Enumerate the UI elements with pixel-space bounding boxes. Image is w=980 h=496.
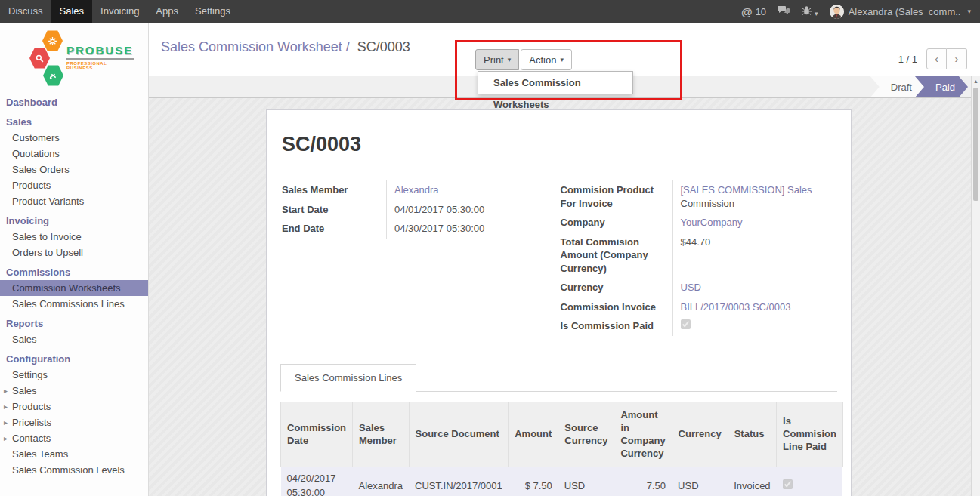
table-row[interactable]: 04/20/2017 05:30:00 Alexandra CUST.IN/20… — [281, 467, 843, 496]
sidebar-item-products[interactable]: Products — [0, 177, 148, 193]
status-draft[interactable]: Draft — [870, 76, 925, 97]
at-icon: @ — [741, 5, 753, 18]
mentions-counter[interactable]: @ 10 — [741, 5, 766, 18]
logo-magnifier-icon — [29, 47, 50, 69]
field-start-date: 04/01/2017 05:30:00 — [386, 200, 550, 220]
chat-icon[interactable] — [778, 5, 790, 18]
sidebar-item-sales-commission-levels[interactable]: Sales Commission Levels — [0, 462, 148, 478]
debug-bug-icon[interactable]: ▾ — [801, 5, 818, 18]
pager: 1 / 1 ‹ › — [898, 48, 967, 69]
sidebar-section-commissions[interactable]: Commissions — [0, 264, 148, 280]
col-status[interactable]: Status — [728, 402, 776, 467]
tab-sales-commission-lines[interactable]: Sales Commission Lines — [280, 364, 416, 392]
mentions-count: 10 — [756, 6, 766, 17]
logo-subtitle: PROFESSIONAL BUSINESS — [66, 58, 134, 70]
sidebar-section-invoicing[interactable]: Invoicing — [0, 213, 148, 229]
label-currency: Currency — [559, 278, 672, 297]
sidebar-item-config-products[interactable]: Products — [0, 399, 148, 414]
logo-tools-icon — [43, 64, 63, 87]
chevron-down-icon: ▾ — [560, 56, 564, 63]
sidebar-section-reports[interactable]: Reports — [0, 316, 148, 331]
pager-previous-button[interactable]: ‹ — [926, 48, 947, 69]
col-currency[interactable]: Currency — [672, 402, 728, 467]
sidebar-item-sales-orders[interactable]: Sales Orders — [0, 162, 148, 177]
label-end-date: End Date — [280, 219, 386, 239]
col-commission-date[interactable]: Commission Date — [281, 402, 353, 467]
sidebar: PROBUSE PROFESSIONAL BUSINESS Dashboard … — [0, 23, 149, 496]
field-company[interactable]: YourCompany — [681, 217, 743, 228]
sidebar-menu: Dashboard Sales Customers Quotations Sal… — [0, 94, 148, 478]
line-paid-checkbox[interactable] — [783, 479, 793, 489]
sidebar-item-config-sales[interactable]: Sales — [0, 383, 148, 399]
sidebar-item-reports-sales[interactable]: Sales — [0, 331, 148, 347]
sidebar-section-configuration[interactable]: Configuration — [0, 351, 148, 367]
sidebar-item-settings[interactable]: Settings — [0, 367, 148, 383]
sidebar-item-orders-to-upsell[interactable]: Orders to Upsell — [0, 245, 148, 260]
label-sales-member: Sales Member — [280, 180, 386, 200]
col-sales-member[interactable]: Sales Member — [353, 402, 410, 467]
nav-settings[interactable]: Settings — [187, 0, 239, 23]
sidebar-item-sales-commissions-lines[interactable]: Sales Commissions Lines — [0, 296, 148, 312]
label-is-commission-paid: Is Commission Paid — [559, 316, 672, 336]
user-menu[interactable]: Alexandra (Sales_comm.. ▾ — [830, 5, 971, 19]
col-source-document[interactable]: Source Document — [409, 402, 509, 467]
field-total-commission-amount: $44.70 — [672, 233, 829, 279]
field-currency[interactable]: USD — [681, 282, 701, 293]
sidebar-item-sales-teams[interactable]: Sales Teams — [0, 446, 148, 462]
pager-next-button[interactable]: › — [947, 48, 967, 69]
sidebar-item-quotations[interactable]: Quotations — [0, 146, 148, 162]
print-button[interactable]: Print▾ — [475, 49, 519, 70]
content-background: SC/0003 Sales Member Alexandra Start Dat… — [149, 98, 980, 496]
breadcrumb: Sales Commission Worksheet / SC/0003 — [161, 39, 410, 55]
field-commission-invoice[interactable]: BILL/2017/0003 SC/0003 — [681, 301, 791, 313]
field-commission-product-rest: Commission — [681, 198, 735, 209]
vertical-scrollbar[interactable]: ▲ — [971, 76, 980, 496]
chevron-down-icon: ▾ — [508, 56, 512, 63]
sidebar-item-customers[interactable]: Customers — [0, 130, 148, 146]
col-amount-company-currency[interactable]: Amount in Company Currency — [614, 402, 672, 467]
logo-gear-icon — [42, 29, 63, 52]
record-title: SC/0003 — [282, 133, 837, 156]
nav-discuss[interactable]: Discuss — [0, 0, 51, 23]
top-navbar: Discuss Sales Invoicing Apps Settings @ … — [0, 0, 980, 23]
field-end-date: 04/30/2017 05:30:00 — [386, 219, 550, 239]
label-start-date: Start Date — [280, 200, 386, 220]
col-source-currency[interactable]: Source Currency — [558, 402, 614, 467]
sidebar-item-dashboard[interactable]: Dashboard — [0, 94, 148, 110]
probuse-logo: PROBUSE PROFESSIONAL BUSINESS — [0, 23, 148, 91]
label-total-commission-amount: Total Commision Amount (Company Currency… — [559, 233, 672, 279]
is-commission-paid-checkbox[interactable] — [681, 319, 691, 329]
field-groups: Sales Member Alexandra Start Date 04/01/… — [280, 180, 837, 336]
sidebar-item-sales-to-invoice[interactable]: Sales to Invoice — [0, 229, 148, 245]
app-window: Discuss Sales Invoicing Apps Settings @ … — [0, 0, 980, 496]
commission-lines-table: Commission Date Sales Member Source Docu… — [280, 402, 843, 496]
form-sheet: SC/0003 Sales Member Alexandra Start Dat… — [266, 109, 852, 496]
action-buttons: Print▾ Action▾ — [475, 49, 572, 70]
scroll-up-arrow-icon[interactable]: ▲ — [972, 76, 980, 87]
col-amount[interactable]: Amount — [509, 402, 558, 467]
nav-invoicing[interactable]: Invoicing — [92, 0, 147, 23]
action-button[interactable]: Action▾ — [521, 49, 572, 70]
control-panel: Sales Commission Worksheet / SC/0003 Pri… — [149, 23, 980, 76]
scrollbar-thumb[interactable] — [973, 88, 978, 201]
sidebar-item-commission-worksheets[interactable]: Commission Worksheets — [0, 280, 148, 296]
systray: @ 10 ▾ Alexandra (Sales_comm.. ▾ — [741, 0, 980, 23]
user-name: Alexandra (Sales_comm.. — [849, 6, 961, 17]
label-company: Company — [559, 213, 672, 233]
nav-sales[interactable]: Sales — [51, 0, 93, 23]
notebook: Sales Commission Lines Commission Date S… — [280, 363, 837, 496]
field-commission-product[interactable]: [SALES COMMISSION] Sales — [681, 184, 812, 196]
breadcrumb-parent[interactable]: Sales Commission Worksheet / — [161, 39, 350, 54]
sidebar-item-contacts[interactable]: Contacts — [0, 430, 148, 446]
nav-apps[interactable]: Apps — [147, 0, 187, 23]
user-avatar — [830, 5, 844, 19]
sidebar-item-product-variants[interactable]: Product Variants — [0, 193, 148, 209]
sidebar-item-pricelists[interactable]: Pricelists — [0, 414, 148, 430]
label-commission-invoice: Commission Invoice — [559, 297, 672, 317]
chevron-down-icon: ▾ — [967, 8, 971, 15]
field-group-left: Sales Member Alexandra Start Date 04/01/… — [280, 180, 559, 336]
field-sales-member[interactable]: Alexandra — [394, 184, 439, 196]
sidebar-item-sales[interactable]: Sales — [0, 114, 148, 130]
col-is-commission-line-paid[interactable]: Is Commision Line Paid — [777, 402, 843, 467]
breadcrumb-current: SC/0003 — [357, 39, 410, 54]
